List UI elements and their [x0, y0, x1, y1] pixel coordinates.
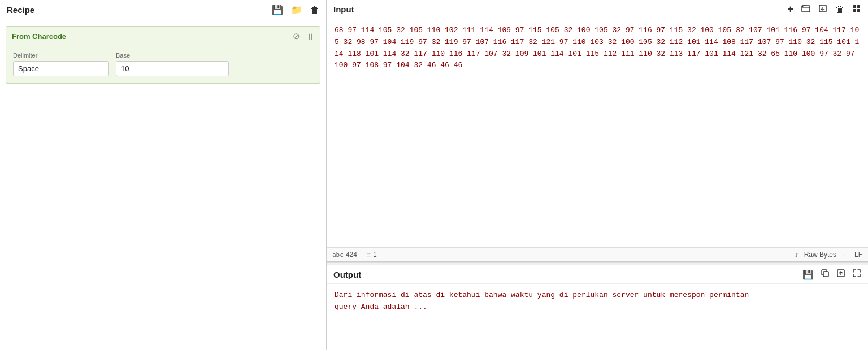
lines-icon: ≡	[366, 250, 371, 259]
expand-output-icon[interactable]	[852, 269, 861, 280]
svg-text:T: T	[795, 252, 798, 258]
delete-recipe-icon[interactable]: 🗑	[310, 5, 319, 15]
delimiter-label: Delimiter	[13, 52, 109, 59]
base-input[interactable]	[116, 61, 229, 76]
recipe-header: Recipe 💾 📁 🗑	[0, 0, 326, 20]
output-content: Dari informasi di atas di ketahui bahwa …	[327, 284, 868, 350]
delimiter-input[interactable]	[13, 61, 109, 76]
svg-rect-2	[853, 5, 856, 8]
recipe-title: Recipe	[7, 5, 272, 15]
arrow-left-icon[interactable]: ←	[842, 251, 849, 259]
input-footer-right: T Raw Bytes ← LF	[795, 251, 862, 259]
text-format-icon[interactable]: T Raw Bytes	[795, 251, 836, 259]
raw-bytes-label: Raw Bytes	[804, 251, 836, 259]
from-charcode-title: From Charcode	[12, 32, 293, 41]
delimiter-field-group: Delimiter	[13, 52, 109, 76]
import-input-icon[interactable]	[818, 4, 827, 15]
disable-icon[interactable]: ⊘	[293, 31, 300, 41]
output-header-icons: 💾	[802, 269, 861, 280]
output-title: Output	[333, 270, 802, 279]
upload-output-icon[interactable]	[836, 269, 845, 280]
grid-input-icon[interactable]	[852, 4, 861, 15]
input-footer: abc 424 ≡ 1 T Raw Bytes ← LF	[327, 247, 868, 261]
abc-icon: abc	[332, 251, 344, 259]
right-panel: Input + 🗑	[327, 0, 868, 350]
left-panel: Recipe 💾 📁 🗑 From Charcode ⊘ ⏸ Delimiter…	[0, 0, 327, 350]
pause-icon[interactable]: ⏸	[306, 32, 314, 41]
input-header: Input + 🗑	[327, 0, 868, 19]
svg-rect-4	[853, 9, 856, 12]
save-recipe-icon[interactable]: 💾	[272, 5, 283, 15]
input-content[interactable]: 68 97 114 105 32 105 110 102 111 114 109…	[327, 19, 868, 247]
svg-rect-5	[857, 9, 860, 12]
input-section: Input + 🗑	[327, 0, 868, 262]
input-header-icons: + 🗑	[787, 3, 861, 15]
delete-input-icon[interactable]: 🗑	[835, 5, 844, 15]
from-charcode-body: Delimiter Base	[6, 46, 320, 83]
save-output-icon[interactable]: 💾	[802, 269, 814, 280]
char-count: 424	[346, 251, 357, 259]
line-count-stat: ≡ 1	[366, 250, 377, 259]
base-label: Base	[116, 52, 229, 59]
open-recipe-icon[interactable]: 📁	[291, 5, 302, 15]
line-count: 1	[373, 251, 377, 259]
char-count-stat: abc 424	[332, 251, 357, 259]
from-charcode-controls: ⊘ ⏸	[293, 31, 314, 41]
add-input-icon[interactable]: +	[787, 3, 793, 15]
lf-label: LF	[854, 251, 862, 259]
recipe-header-icons: 💾 📁 🗑	[272, 5, 319, 15]
svg-rect-7	[823, 272, 828, 277]
from-charcode-card: From Charcode ⊘ ⏸ Delimiter Base	[6, 26, 320, 84]
copy-output-icon[interactable]	[821, 269, 830, 280]
output-text: Dari informasi di atas di ketahui bahwa …	[335, 291, 749, 311]
output-header: Output 💾	[327, 265, 868, 284]
from-charcode-header: From Charcode ⊘ ⏸	[6, 27, 320, 46]
open-input-icon[interactable]	[801, 4, 810, 15]
svg-rect-3	[857, 5, 860, 8]
output-section: Output 💾	[327, 265, 868, 350]
input-title: Input	[333, 5, 787, 14]
base-field-group: Base	[116, 52, 229, 76]
